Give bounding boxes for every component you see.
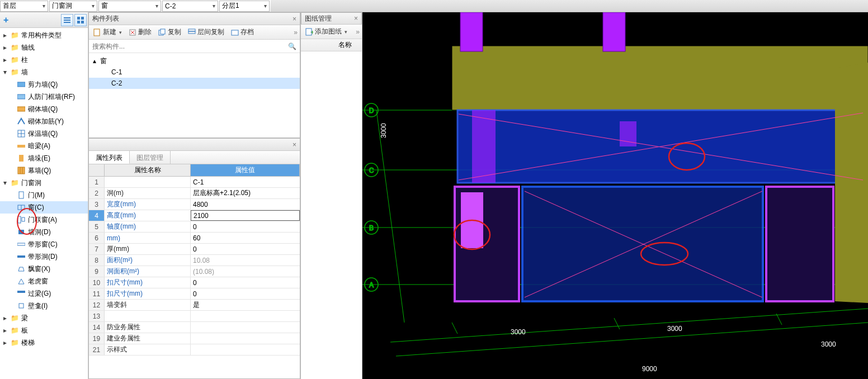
tree-wallhole[interactable]: 墙洞(D) xyxy=(0,226,88,238)
tree-dormer[interactable]: 老虎窗 xyxy=(0,275,88,287)
property-row[interactable]: 8面积(m²)10.08 xyxy=(89,255,300,266)
tree-wall[interactable]: ▾📁墙 xyxy=(0,66,88,78)
bay-icon xyxy=(17,264,26,273)
property-row[interactable]: 10扣尺寸(mm)0 xyxy=(89,277,300,288)
tree-stripwin[interactable]: 带形窗(C) xyxy=(0,238,88,250)
svg-rect-8 xyxy=(17,94,25,99)
new-button[interactable]: 新建▾ xyxy=(91,26,124,39)
tab-properties[interactable]: 属性列表 xyxy=(89,151,130,164)
svg-rect-27 xyxy=(19,304,23,308)
comp-root[interactable]: ▴窗 xyxy=(89,55,300,67)
property-row[interactable]: 9洞面积(m²)(10.08) xyxy=(89,266,300,277)
delete-button[interactable]: 删除 xyxy=(126,26,154,39)
svg-line-45 xyxy=(376,110,404,323)
component-tree[interactable]: ▴窗 C-1 C-2 xyxy=(89,53,300,138)
category2-combo[interactable]: 窗▾ xyxy=(98,1,161,12)
floorcopy-button[interactable]: 层间复制 xyxy=(186,26,227,39)
tree-niche[interactable]: 壁龛(I) xyxy=(0,300,88,312)
folder-icon: 📁 xyxy=(10,314,19,323)
svg-rect-58 xyxy=(603,12,625,51)
tree-doorwindow[interactable]: 门联窗(A) xyxy=(0,214,88,226)
doorwindow-icon xyxy=(17,215,26,224)
left-nav-panel: + ▸📁常用构件类型 ▸📁轴线 ▸📁柱 ▾📁墙 剪力墙(Q) 人防门框墙(RF)… xyxy=(0,12,88,379)
rebar-icon xyxy=(17,117,26,126)
tree-opening[interactable]: ▾📁门窗洞 xyxy=(0,177,88,189)
property-panel: × 属性列表 图层管理 属性名称 属性值 1C-12洞(m)层底标高+2.1(2… xyxy=(88,138,300,379)
property-row[interactable]: 3宽度(mm)4800 xyxy=(89,199,300,210)
copy-button[interactable]: 复制 xyxy=(156,26,183,39)
tree-striphole[interactable]: 带形洞(D) xyxy=(0,250,88,263)
tree-insul-wall[interactable]: 保温墙(Q) xyxy=(0,127,88,140)
property-row[interactable]: 21示样式 xyxy=(89,344,300,356)
add-drawing-button[interactable]: +添加图纸▾ xyxy=(303,26,350,38)
property-row[interactable]: 12墙变斜是 xyxy=(89,300,300,311)
close-icon[interactable]: × xyxy=(293,141,296,149)
svg-rect-23 xyxy=(18,230,24,234)
archive-button[interactable]: 存档 xyxy=(229,26,256,39)
property-row[interactable]: 4高度(mm)2100 xyxy=(89,210,300,221)
floor-combo[interactable]: 首层▾ xyxy=(0,1,48,12)
svg-rect-36 xyxy=(232,30,238,35)
tree-beam[interactable]: ▸📁梁 xyxy=(0,312,88,324)
property-row[interactable]: 1C-1 xyxy=(89,177,300,188)
property-row[interactable]: 19建业务属性 xyxy=(89,333,300,344)
svg-line-44 xyxy=(396,323,868,356)
svg-text:A: A xyxy=(369,281,374,289)
tree-slab[interactable]: ▸📁板 xyxy=(0,324,88,337)
folder-icon: 📁 xyxy=(10,338,19,347)
svg-rect-0 xyxy=(64,17,70,18)
tree-common[interactable]: ▸📁常用构件类型 xyxy=(0,29,88,41)
tree-reinf[interactable]: 砌体加筋(Y) xyxy=(0,115,88,127)
tree-axis[interactable]: ▸📁轴线 xyxy=(0,41,88,54)
tree-stair[interactable]: ▸📁楼梯 xyxy=(0,337,88,349)
tree-window[interactable]: 窗(C) xyxy=(0,201,88,214)
property-row[interactable]: 6mm)60 xyxy=(89,233,300,244)
view-grid-button[interactable] xyxy=(74,14,87,26)
tree-baywindow[interactable]: 飘窗(X) xyxy=(0,263,88,275)
property-row[interactable]: 7厚(mm)0 xyxy=(89,244,300,255)
lintel-icon xyxy=(17,289,26,298)
svg-rect-9 xyxy=(17,107,25,111)
search-icon[interactable]: 🔍 xyxy=(288,42,296,50)
component-type-tree[interactable]: ▸📁常用构件类型 ▸📁轴线 ▸📁柱 ▾📁墙 剪力墙(Q) 人防门框墙(RF) 砌… xyxy=(0,28,88,379)
svg-line-47 xyxy=(614,318,620,329)
layer-combo[interactable]: 分层1▾ xyxy=(219,1,270,12)
tree-column[interactable]: ▸📁柱 xyxy=(0,54,88,66)
chevron-down-icon: ▾ xyxy=(213,3,215,9)
brick-icon xyxy=(17,105,26,113)
tree-hidden-beam[interactable]: 暗梁(A) xyxy=(0,140,88,152)
property-row[interactable]: 11扣尺寸(mm)0 xyxy=(89,288,300,300)
tree-shear-wall[interactable]: 剪力墙(Q) xyxy=(0,78,88,91)
svg-line-46 xyxy=(452,323,457,334)
more-icon[interactable]: » xyxy=(356,28,360,36)
door-icon xyxy=(17,191,26,200)
3d-viewport[interactable]: D C B A xyxy=(362,12,868,379)
tree-lintel[interactable]: 过梁(G) xyxy=(0,287,88,300)
tree-curtain[interactable]: 幕墙(Q) xyxy=(0,164,88,177)
property-row[interactable]: 5轴度(mm)0 xyxy=(89,221,300,233)
tree-block-wall[interactable]: 砌体墙(Q) xyxy=(0,103,88,115)
svg-line-48 xyxy=(776,314,782,325)
comp-c2[interactable]: C-2 xyxy=(89,78,300,89)
property-grid[interactable]: 1C-12洞(m)层底标高+2.1(2.05)3宽度(mm)48004高度(mm… xyxy=(89,177,300,378)
property-row[interactable]: 14防业务属性 xyxy=(89,322,300,333)
svg-rect-26 xyxy=(17,291,25,293)
tree-stack[interactable]: 墙垛(E) xyxy=(0,152,88,164)
category1-combo[interactable]: 门窗洞▾ xyxy=(49,1,97,12)
tree-rf-wall[interactable]: 人防门框墙(RF) xyxy=(0,91,88,103)
property-row[interactable]: 13 xyxy=(89,311,300,322)
close-icon[interactable]: × xyxy=(354,15,358,22)
property-row[interactable]: 2洞(m)层底标高+2.1(2.05) xyxy=(89,188,300,199)
svg-rect-1 xyxy=(64,20,70,21)
more-icon[interactable]: » xyxy=(294,29,298,36)
component-combo[interactable]: C-2▾ xyxy=(162,1,218,12)
search-input[interactable] xyxy=(92,42,288,50)
close-icon[interactable]: × xyxy=(293,15,296,23)
chevron-down-icon: ▾ xyxy=(92,3,95,9)
folder-icon: 📁 xyxy=(10,31,19,40)
plus-icon[interactable]: + xyxy=(1,15,11,25)
view-list-button[interactable] xyxy=(61,14,73,26)
tab-layers[interactable]: 图层管理 xyxy=(130,151,171,164)
comp-c1[interactable]: C-1 xyxy=(89,67,300,78)
tree-door[interactable]: 门(M) xyxy=(0,189,88,201)
